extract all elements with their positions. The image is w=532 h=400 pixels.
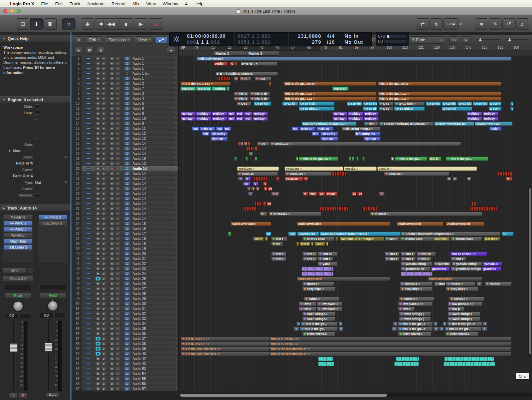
record-enable-button[interactable]: R: [110, 377, 115, 381]
input-monitor-button[interactable]: I: [115, 277, 120, 281]
track-header-33[interactable]: 33MSRIAudio 14◯: [71, 216, 178, 221]
solo-button[interactable]: S: [101, 362, 106, 366]
region[interactable]: vo: [351, 191, 357, 196]
region[interactable]: [483, 322, 487, 326]
track-on-button[interactable]: [124, 67, 130, 70]
track-on-button[interactable]: [124, 142, 130, 145]
input-monitor-button[interactable]: I: [115, 312, 120, 316]
workspace[interactable]: midi stuff*mergedAudioA▶● ▶ B ∴ ●▶ B ∴ ●…: [179, 56, 532, 391]
input-monitor-button[interactable]: I: [115, 362, 120, 366]
automation-read-button[interactable]: Read: [5, 293, 31, 299]
record-enable-button[interactable]: R: [110, 357, 115, 361]
track-header-3[interactable]: 3MSRIAudio 1◯: [71, 66, 178, 71]
input-monitor-button[interactable]: I: [115, 67, 120, 70]
track-on-button[interactable]: [124, 197, 130, 201]
region-inspector-header[interactable]: ▼Region: 4 selected: [0, 96, 70, 103]
region[interactable]: Hol: [244, 116, 252, 121]
track-header-23[interactable]: 23MSRIAudio 14◯: [71, 166, 178, 171]
menu-item-track[interactable]: Track: [70, 1, 80, 6]
region[interactable]: emt 1: [385, 257, 400, 261]
track-header-34[interactable]: 34MSRIAudio 15◯: [71, 221, 178, 226]
region[interactable]: QY10 kic: [473, 101, 488, 106]
track-on-button[interactable]: [124, 237, 130, 241]
solo-button[interactable]: S: [101, 332, 106, 336]
input-monitor-button[interactable]: I: [115, 242, 120, 246]
region[interactable]: l: [296, 242, 299, 246]
solo-button[interactable]: S: [101, 127, 106, 130]
region[interactable]: l: [264, 237, 268, 241]
track-on-button[interactable]: [124, 337, 130, 341]
mute-button[interactable]: M: [96, 182, 101, 185]
region[interactable]: this is the gtr...: [446, 156, 488, 161]
region[interactable]: [394, 362, 419, 366]
region[interactable]: v: [506, 176, 513, 181]
track-on-button[interactable]: [124, 277, 130, 281]
region[interactable]: this is it...#128.1 ○○: [180, 337, 270, 341]
region[interactable]: Holiday: [364, 116, 379, 121]
track-header-6[interactable]: 6MSRIAudio 2◯: [71, 81, 178, 86]
region[interactable]: yamaha s: [483, 262, 502, 266]
track-header-24[interactable]: 24MSRIAudio 14◯: [71, 171, 178, 176]
region[interactable]: this is the gtr...: [445, 327, 481, 331]
region[interactable]: left: [202, 131, 210, 136]
region[interactable]: [255, 146, 257, 151]
region[interactable]: A: [229, 61, 234, 66]
region[interactable]: v: [447, 176, 452, 181]
fader-thumb[interactable]: [10, 343, 18, 352]
quick-help-header[interactable]: ▼Quick Help: [0, 35, 70, 42]
solo-button[interactable]: S: [101, 87, 106, 90]
input-monitor-button[interactable]: I: [115, 287, 120, 291]
catch-playhead-button[interactable]: ⬆: [74, 36, 83, 44]
input-monitor-button[interactable]: I: [115, 337, 120, 341]
mute-button[interactable]: M: [96, 312, 101, 316]
track-header-40[interactable]: 40MSRIAudio 20◯: [71, 251, 178, 256]
region[interactable]: Holiday: [483, 116, 499, 121]
input-monitor-button[interactable]: I: [115, 77, 120, 80]
touch-tracks-icon[interactable]: ◉: [81, 18, 94, 30]
volume-fader[interactable]: 03691215182124303540455060: [44, 321, 62, 391]
record-enable-button[interactable]: R: [110, 307, 115, 311]
mute-button[interactable]: M: [96, 197, 101, 201]
record-enable-button[interactable]: R: [110, 322, 115, 326]
mute-button[interactable]: M: [96, 137, 101, 140]
solo-button[interactable]: S: [101, 357, 106, 361]
record-enable-button[interactable]: R: [110, 387, 115, 391]
region[interactable]: v: [271, 191, 279, 196]
horizontal-zoom-slider[interactable]: [505, 39, 529, 40]
record-enable-button[interactable]: R: [110, 232, 115, 236]
input-monitor-button[interactable]: I: [115, 367, 120, 371]
region[interactable]: last tim: [433, 262, 451, 266]
track-on-button[interactable]: [124, 227, 130, 231]
region[interactable]: low p: [448, 307, 464, 311]
region[interactable]: ki/lkn mixed.5: [445, 332, 479, 336]
region[interactable]: A: [240, 76, 251, 81]
record-enable-button[interactable]: R: [110, 97, 115, 100]
region[interactable]: grandiose str: [401, 267, 430, 271]
track-on-button[interactable]: [124, 167, 130, 170]
track-on-button[interactable]: [124, 122, 130, 125]
region[interactable]: this is the gtr...#5 m: [299, 156, 338, 161]
region[interactable]: t: [296, 156, 298, 161]
track-on-button[interactable]: [124, 242, 130, 246]
track-header-9[interactable]: 9MSRIAudio 4◯: [71, 96, 178, 101]
input-monitor-button[interactable]: I: [115, 137, 120, 140]
track-on-button[interactable]: [124, 217, 130, 221]
mute-button[interactable]: M: [96, 167, 101, 170]
input-monitor-button[interactable]: I: [115, 282, 120, 286]
region[interactable]: QY10 kic: [441, 101, 457, 106]
input-monitor-button[interactable]: I: [115, 217, 120, 221]
region[interactable]: [444, 357, 494, 361]
input-monitor-button[interactable]: I: [115, 142, 120, 145]
mute-button[interactable]: M: [96, 207, 101, 211]
region[interactable]: [260, 212, 267, 216]
mute-button[interactable]: M: [96, 82, 101, 85]
region[interactable]: vocal.: [326, 191, 338, 196]
toolbar-view-icon[interactable]: ▣: [43, 18, 57, 30]
region[interactable]: last time.: [433, 237, 450, 241]
automation-button[interactable]: [156, 36, 167, 44]
region[interactable]: las: [271, 242, 283, 246]
track-on-button[interactable]: [124, 377, 130, 381]
input-monitor-button[interactable]: I: [115, 382, 120, 386]
input-monitor-button[interactable]: I: [115, 357, 120, 361]
region[interactable]: swell strings.1: [302, 317, 336, 321]
